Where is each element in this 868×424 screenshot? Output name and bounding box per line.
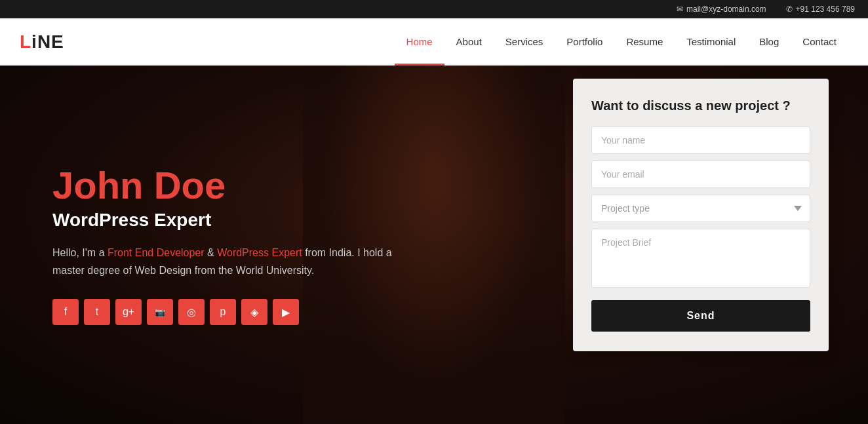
nav-blog[interactable]: Blog <box>747 18 791 66</box>
email-info: ✉ mail@xyz-domain.com <box>677 5 766 14</box>
hero-desc-part1: Hello, I'm a <box>52 247 108 258</box>
hero-description: Hello, I'm a Front End Developer & WordP… <box>52 244 406 279</box>
project-type-select[interactable]: Project type Web Design WordPress SEO Ot… <box>591 195 810 222</box>
phone-text: +91 123 456 789 <box>796 5 855 14</box>
nav-resume[interactable]: Resume <box>614 18 675 66</box>
twitter-icon[interactable]: t <box>84 299 110 325</box>
dribbble-icon[interactable]: ◎ <box>178 299 205 325</box>
email-icon: ✉ <box>677 5 683 14</box>
contact-card-title: Want to discuss a new project ? <box>591 98 810 113</box>
googleplus-icon[interactable]: g+ <box>115 299 142 325</box>
youtube-icon[interactable]: ▶ <box>273 299 299 325</box>
nav-testimonial[interactable]: Testimonial <box>675 18 747 66</box>
phone-info: ✆ +91 123 456 789 <box>786 5 855 14</box>
nav-about[interactable]: About <box>444 18 494 66</box>
social-icons-container: f t g+ 📷 ◎ p ◈ ▶ <box>52 299 406 325</box>
contact-card: Want to discuss a new project ? Project … <box>573 79 829 351</box>
facebook-icon[interactable]: f <box>52 299 79 325</box>
hero-content: John Doe WordPress Expert Hello, I'm a F… <box>0 164 406 325</box>
name-input[interactable] <box>591 126 810 154</box>
logo-l: L <box>20 31 31 52</box>
top-bar: ✉ mail@xyz-domain.com ✆ +91 123 456 789 <box>0 0 868 18</box>
pinterest-icon[interactable]: p <box>210 299 236 325</box>
nav-home[interactable]: Home <box>395 18 444 66</box>
instagram-icon[interactable]: 📷 <box>147 299 173 325</box>
github-icon[interactable]: ◈ <box>241 299 267 325</box>
send-button[interactable]: Send <box>591 300 810 332</box>
email-text: mail@xyz-domain.com <box>686 5 766 14</box>
nav-services[interactable]: Services <box>494 18 555 66</box>
nav-portfolio[interactable]: Portfolio <box>555 18 614 66</box>
email-input[interactable] <box>591 161 810 188</box>
hero-desc-part2: & <box>205 247 218 258</box>
nav-contact[interactable]: Contact <box>791 18 848 66</box>
main-nav: Home About Services Portfolio Resume Tes… <box>395 18 848 66</box>
hero-name: John Doe <box>52 164 406 206</box>
logo[interactable]: LiNE <box>20 31 64 52</box>
hero-highlight1: Front End Developer <box>108 247 205 258</box>
phone-icon: ✆ <box>786 5 793 14</box>
project-brief-input[interactable] <box>591 229 810 288</box>
header: LiNE Home About Services Portfolio Resum… <box>0 18 868 66</box>
logo-rest: iNE <box>31 31 64 52</box>
hero-section: John Doe WordPress Expert Hello, I'm a F… <box>0 66 868 424</box>
hero-highlight2: WordPress Expert <box>217 247 302 258</box>
hero-title: WordPress Expert <box>52 210 406 231</box>
